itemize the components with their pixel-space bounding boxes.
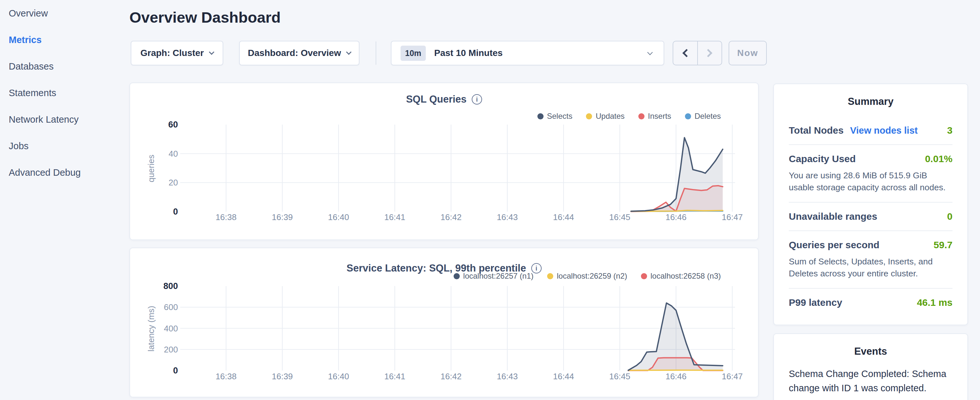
page-title: Overview Dashboard (129, 8, 281, 26)
summary-row-head: Capacity Used0.01% (789, 153, 953, 164)
summary-heading: Summary (774, 84, 967, 107)
time-pager (673, 41, 722, 65)
summary-row-value: 0 (947, 211, 953, 222)
events-panel: Events Schema Change Completed: Schema c… (773, 333, 968, 400)
event-timestamp: May 13, 2020 at 4:45 PM (789, 398, 953, 400)
sidebar-item-metrics[interactable]: Metrics (0, 27, 129, 53)
summary-row-queries-per-second: Queries per second59.7Sum of Selects, Up… (789, 230, 953, 288)
summary-row-value: 59.7 (934, 239, 953, 250)
x-tick-label: 16:44 (553, 371, 574, 381)
summary-row-description: You are using 28.6 MiB of 515.9 GiB usab… (789, 170, 953, 193)
x-tick-label: 16:41 (384, 212, 406, 222)
x-tick-label: 16:44 (553, 212, 574, 222)
time-range-selector[interactable]: 10m Past 10 Minutes (391, 41, 664, 65)
x-tick-label: 16:43 (496, 371, 518, 381)
summary-row-unavailable-ranges: Unavailable ranges0 (789, 202, 953, 230)
x-tick-label: 16:38 (215, 371, 237, 381)
chevron-down-icon (209, 49, 215, 55)
series-selects-area (631, 137, 722, 212)
sidebar: OverviewMetricsDatabasesStatementsNetwor… (0, 0, 129, 400)
x-tick-label: 16:47 (722, 371, 743, 381)
summary-panel: Summary Total NodesView nodes list3Capac… (773, 83, 968, 325)
summary-row-total-nodes: Total NodesView nodes list3 (789, 116, 953, 144)
x-tick-label: 16:40 (328, 212, 349, 222)
events-heading: Events (774, 334, 967, 357)
summary-row-head: P99 latency46.1 ms (789, 297, 953, 308)
sidebar-item-overview[interactable]: Overview (0, 0, 129, 27)
chevron-down-icon (346, 49, 352, 55)
summary-row-value: 46.1 ms (917, 297, 953, 308)
summary-row-value: 0.01% (925, 153, 953, 164)
summary-row-label: Unavailable ranges (789, 211, 877, 222)
service-latency-chart-card: Service Latency: SQL, 99th percentile lo… (129, 247, 759, 397)
app-root: OverviewMetricsDatabasesStatementsNetwor… (0, 0, 980, 400)
view-nodes-list-link[interactable]: View nodes list (850, 125, 918, 136)
x-tick-label: 16:42 (441, 371, 462, 381)
summary-row-label: Total Nodes (789, 125, 843, 136)
x-tick-label: 16:39 (272, 371, 293, 381)
x-tick-label: 16:38 (215, 212, 237, 222)
dashboard-dropdown[interactable]: Dashboard: Overview (239, 41, 360, 65)
x-tick-label: 16:46 (665, 371, 687, 381)
summary-row-head: Queries per second59.7 (789, 239, 953, 250)
event-item: Schema Change Completed: Schema change w… (789, 367, 953, 400)
summary-row-label: P99 latency (789, 297, 842, 308)
chevron-down-icon (648, 50, 653, 55)
sidebar-item-jobs[interactable]: Jobs (0, 133, 129, 159)
sidebar-item-network-latency[interactable]: Network Latency (0, 106, 129, 133)
service-latency-chart: 16:3816:3916:4016:4116:4216:4316:4416:45… (130, 248, 759, 398)
dashboard-dropdown-label: Dashboard: Overview (248, 48, 341, 58)
next-timeframe-button[interactable] (697, 41, 722, 65)
y-tick-label: 200 (164, 345, 178, 354)
event-items: Schema Change Completed: Schema change w… (774, 367, 967, 400)
summary-row-label: Capacity Used (789, 153, 856, 164)
graph-dropdown[interactable]: Graph: Cluster (131, 41, 223, 65)
x-tick-label: 16:43 (496, 212, 518, 222)
time-window-badge: 10m (401, 46, 426, 61)
summary-rows: Total NodesView nodes list3Capacity Used… (789, 116, 953, 317)
y-tick-label: 20 (169, 178, 178, 187)
sidebar-item-advanced-debug[interactable]: Advanced Debug (0, 159, 129, 186)
event-message: Schema Change Completed: Schema change w… (789, 367, 953, 395)
sql-queries-chart: 16:3816:3916:4016:4116:4216:4316:4416:45… (130, 83, 759, 241)
chevron-right-icon (704, 49, 713, 57)
y-tick-label: 600 (164, 302, 178, 312)
sidebar-item-statements[interactable]: Statements (0, 80, 129, 106)
x-tick-label: 16:40 (328, 371, 349, 381)
summary-row-head: Unavailable ranges0 (789, 211, 953, 222)
y-tick-label: 40 (169, 149, 178, 159)
now-button[interactable]: Now (729, 41, 767, 65)
x-tick-label: 16:46 (665, 212, 687, 222)
x-tick-label: 16:39 (272, 212, 293, 222)
x-tick-label: 16:41 (384, 371, 406, 381)
summary-row-head: Total NodesView nodes list3 (789, 125, 953, 136)
y-tick-label: 60 (168, 120, 178, 129)
sidebar-items: OverviewMetricsDatabasesStatementsNetwor… (0, 0, 129, 186)
x-tick-label: 16:42 (441, 212, 462, 222)
summary-row-value: 3 (947, 125, 953, 136)
series-localhost-26259-n2-line (628, 370, 723, 371)
time-window-label: Past 10 Minutes (434, 48, 503, 58)
summary-row-description: Sum of Selects, Updates, Inserts, and De… (789, 256, 953, 280)
sidebar-item-databases[interactable]: Databases (0, 53, 129, 80)
summary-row-label: Queries per second (789, 239, 880, 250)
summary-row-capacity-used: Capacity Used0.01%You are using 28.6 MiB… (789, 144, 953, 202)
chevron-left-icon (682, 49, 690, 57)
x-tick-label: 16:45 (609, 212, 630, 222)
y-tick-label: 400 (164, 324, 178, 333)
y-tick-label: 0 (173, 366, 178, 375)
graph-dropdown-label: Graph: Cluster (140, 48, 204, 58)
sql-queries-chart-card: SQL Queries SelectsUpdatesInsertsDeletes… (129, 83, 759, 240)
x-tick-label: 16:47 (722, 212, 743, 222)
previous-timeframe-button[interactable] (673, 41, 697, 65)
x-tick-label: 16:45 (609, 371, 630, 381)
controls-divider (375, 41, 376, 65)
summary-row-p99-latency: P99 latency46.1 ms (789, 288, 953, 317)
y-tick-label: 0 (173, 207, 178, 217)
y-tick-label: 800 (163, 281, 178, 291)
